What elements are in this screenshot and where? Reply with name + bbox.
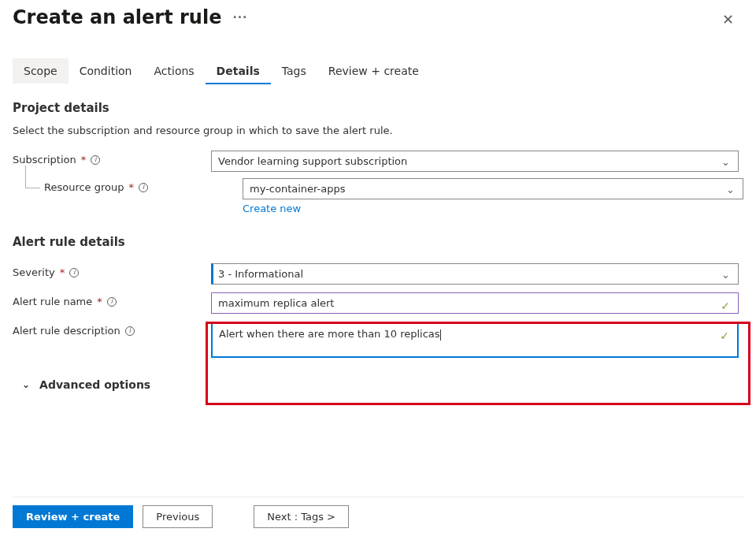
text-cursor	[440, 329, 441, 341]
tab-tags[interactable]: Tags	[271, 58, 317, 84]
info-icon[interactable]: i	[139, 183, 148, 192]
required-indicator: *	[129, 181, 135, 193]
info-icon[interactable]: i	[91, 155, 100, 165]
tab-bar: Scope Condition Actions Details Tags Rev…	[13, 58, 756, 84]
chevron-down-icon: ⌄	[22, 379, 30, 390]
tab-scope[interactable]: Scope	[13, 58, 69, 84]
required-indicator: *	[60, 266, 65, 278]
previous-button[interactable]: Previous	[143, 505, 213, 528]
more-actions-icon[interactable]: ···	[232, 11, 247, 24]
close-icon[interactable]: ✕	[716, 6, 740, 33]
subscription-value: Vendor learning support subscription	[218, 155, 407, 167]
required-indicator: *	[97, 296, 102, 307]
checkmark-icon: ✓	[720, 329, 729, 342]
chevron-down-icon: ⌄	[726, 183, 735, 195]
panel-header: Create an alert rule ··· ✕	[0, 0, 756, 33]
severity-select[interactable]: 3 - Informational ⌄	[211, 263, 739, 285]
page-title: Create an alert rule	[13, 6, 221, 28]
alert-rule-description-label: Alert rule description	[13, 325, 120, 337]
info-icon[interactable]: i	[125, 326, 135, 336]
severity-value: 3 - Informational	[218, 268, 303, 280]
review-create-button[interactable]: Review + create	[13, 505, 133, 528]
chevron-down-icon: ⌄	[721, 268, 730, 280]
tab-review[interactable]: Review + create	[317, 58, 430, 84]
tab-actions[interactable]: Actions	[143, 58, 205, 84]
create-new-link[interactable]: Create new	[243, 203, 301, 214]
alert-rule-description-value: Alert when there are more than 10 replic…	[219, 328, 440, 340]
chevron-down-icon: ⌄	[721, 155, 730, 167]
project-details-subtext: Select the subscription and resource gro…	[13, 125, 743, 136]
next-button[interactable]: Next : Tags >	[254, 505, 349, 528]
required-indicator: *	[81, 154, 87, 166]
info-icon[interactable]: i	[107, 297, 117, 307]
subscription-select[interactable]: Vendor learning support subscription ⌄	[211, 151, 739, 172]
resource-group-select[interactable]: my-container-apps ⌄	[243, 178, 743, 199]
alert-rule-details-heading: Alert rule details	[13, 235, 743, 249]
resource-group-value: my-container-apps	[250, 183, 346, 195]
checkmark-icon: ✓	[721, 300, 730, 312]
project-details-heading: Project details	[13, 101, 743, 115]
resource-group-label: Resource group	[44, 181, 124, 193]
alert-rule-description-input[interactable]: Alert when there are more than 10 replic…	[211, 322, 739, 358]
advanced-options-toggle[interactable]: ⌄ Advanced options	[22, 378, 743, 391]
info-icon[interactable]: i	[69, 268, 79, 277]
advanced-options-label: Advanced options	[39, 378, 150, 391]
subscription-label: Subscription	[13, 154, 76, 166]
severity-label: Severity	[13, 266, 55, 278]
alert-rule-name-input[interactable]: maximum replica alert ✓	[211, 292, 739, 314]
tab-condition[interactable]: Condition	[69, 58, 143, 84]
footer-actions: Review + create Previous Next : Tags >	[13, 497, 743, 528]
tab-details[interactable]: Details	[206, 58, 271, 84]
alert-rule-name-label: Alert rule name	[13, 296, 92, 307]
alert-rule-name-value: maximum replica alert	[218, 297, 334, 309]
